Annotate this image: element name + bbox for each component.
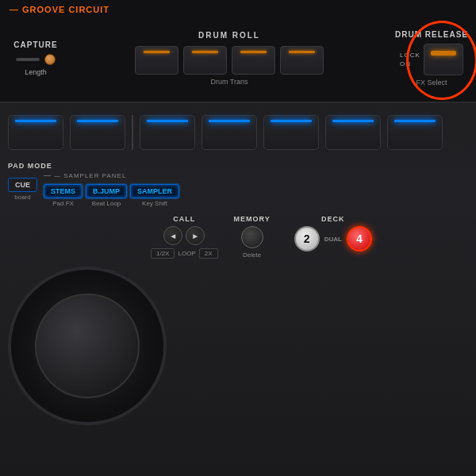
middle-section: [0, 103, 476, 158]
bottom-area: [0, 267, 476, 425]
pad-button-7[interactable]: [387, 115, 443, 150]
call-buttons-row: ◄ ►: [163, 226, 205, 245]
stems-sub-label: Pad FX: [52, 200, 74, 207]
pad-button-6[interactable]: [325, 115, 381, 150]
deck-section: DECK 2 DUAL 4: [294, 215, 372, 251]
mode-btn-cue[interactable]: CUE: [8, 178, 37, 192]
memory-knob[interactable]: [241, 226, 263, 248]
mode-btn-sampler[interactable]: SAMPLER: [130, 184, 179, 198]
deck-dual-label: DUAL: [324, 236, 342, 243]
cue-sub-label: board: [14, 194, 30, 201]
fx-select-label: FX Select: [416, 79, 447, 86]
lock-label: LOCK: [400, 52, 420, 59]
fx-select-button[interactable]: [424, 44, 463, 75]
pad-mode-section: PAD MODE CUE board — — SAMPLER PANEL STE…: [0, 158, 476, 211]
capture-slider[interactable]: [16, 58, 40, 61]
pad-row-1: [8, 115, 468, 150]
call-right-button[interactable]: ►: [186, 226, 205, 245]
drum-roll-btn-3[interactable]: [232, 46, 275, 75]
jog-wheel-inner[interactable]: [35, 294, 140, 398]
pad-button-4[interactable]: [202, 115, 257, 150]
groove-circuit-label: — GROOVE CIRCUIT: [10, 5, 109, 14]
lock-on-fx-container: LOCK ON: [400, 44, 463, 75]
pad-button-1[interactable]: [8, 115, 63, 150]
capture-slider-row: [16, 54, 56, 65]
call-half-button[interactable]: 1/2X: [151, 248, 175, 259]
memory-section: MEMORY Delete: [234, 215, 271, 259]
pad-mode-label: PAD MODE: [8, 162, 179, 170]
drum-roll-label: DRUM ROLL: [198, 31, 260, 40]
capture-knob[interactable]: [44, 54, 56, 65]
lock-on-row: LOCK ON: [400, 52, 420, 67]
drum-roll-btn-1[interactable]: [135, 46, 178, 75]
delete-label: Delete: [243, 251, 261, 259]
drum-release-section: DRUM RELEASE LOCK ON FX Select: [395, 30, 468, 86]
drum-roll-buttons: [135, 46, 324, 75]
pad-button-3[interactable]: [140, 115, 195, 150]
bjump-sub-label: Beat Loop: [92, 200, 121, 207]
deck-button-2[interactable]: 2: [294, 226, 320, 251]
mode-btn-bjump[interactable]: B.JUMP: [86, 184, 127, 198]
call-label: CALL: [173, 215, 195, 223]
deck-label: DECK: [321, 215, 345, 223]
sampler-panel-line: — — SAMPLER PANEL: [44, 171, 179, 179]
main-container: — GROOVE CIRCUIT CAPTURE Length DRUM ROL…: [0, 0, 476, 476]
pad-divider: [132, 115, 133, 150]
sampler-sub-label: Key Shift: [142, 200, 167, 207]
on-label: ON: [400, 60, 411, 67]
drum-release-label: DRUM RELEASE: [395, 30, 468, 39]
call-left-button[interactable]: ◄: [163, 226, 182, 245]
drum-roll-btn-4[interactable]: [280, 46, 324, 75]
pad-mode-col: PAD MODE CUE board — — SAMPLER PANEL STE…: [8, 162, 179, 207]
jog-wheel-container: [8, 267, 167, 425]
drum-roll-section: DRUM ROLL Drum Trans: [71, 31, 387, 86]
jog-wheel-outer[interactable]: [8, 267, 167, 425]
bottom-controls: CALL ◄ ► 1/2X LOOP 2X MEMORY Delete DECK…: [143, 211, 476, 263]
mode-btn-row: CUE board — — SAMPLER PANEL STEMS Pad FX: [8, 171, 179, 207]
capture-section: CAPTURE Length: [8, 40, 63, 76]
pad-button-5[interactable]: [263, 115, 319, 150]
capture-length-label: Length: [25, 68, 47, 76]
loop-label: LOOP: [178, 250, 195, 257]
deck-buttons-row: 2 DUAL 4: [294, 226, 372, 251]
call-section: CALL ◄ ► 1/2X LOOP 2X: [151, 215, 218, 259]
memory-label: MEMORY: [234, 215, 271, 223]
call-sub-row: 1/2X LOOP 2X: [151, 248, 218, 259]
right-space: [182, 267, 468, 425]
drum-roll-btn-2[interactable]: [183, 46, 227, 75]
top-section: — GROOVE CIRCUIT CAPTURE Length DRUM ROL…: [0, 0, 476, 103]
sampler-panel-label: — SAMPLER PANEL: [54, 172, 126, 179]
call-2x-button[interactable]: 2X: [199, 248, 218, 259]
deck-button-4[interactable]: 4: [347, 226, 372, 251]
mode-btn-stems[interactable]: STEMS: [44, 184, 83, 198]
pad-button-2[interactable]: [70, 115, 125, 150]
capture-label: CAPTURE: [13, 40, 57, 49]
drum-trans-label: Drum Trans: [210, 78, 248, 86]
